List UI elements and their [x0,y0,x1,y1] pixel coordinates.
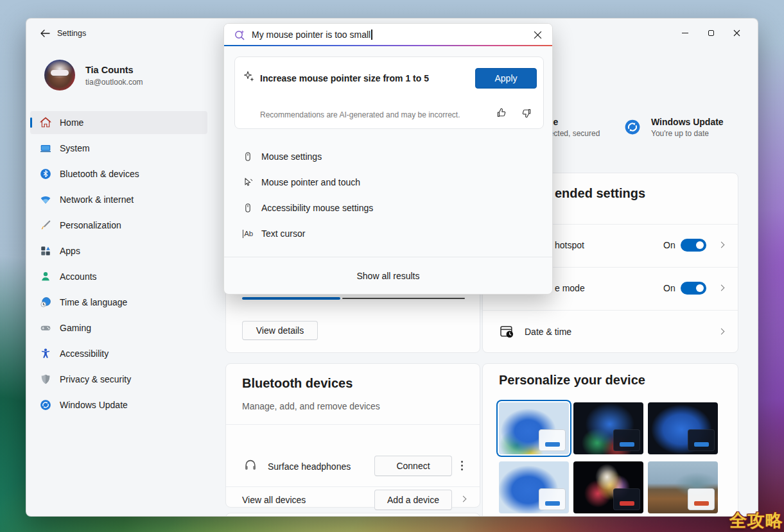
text-cursor-icon: Ab [242,228,254,239]
screen: Settings Tia Counts tia@outlook.com Home [0,0,784,532]
personalize-title: Personalize your device [499,373,645,388]
sidebar-item-system[interactable]: System [30,137,207,160]
search-result-label: Accessibility mouse settings [261,203,373,213]
ai-search-icon [234,29,245,40]
theme-preview-window [539,429,566,451]
chevron-right-icon[interactable] [460,496,467,502]
theme-tile-bloom-light-blue[interactable] [499,461,569,513]
close-icon [534,31,542,39]
mode-row-label-fragment: e mode [555,283,585,293]
theme-tile-bloom-light[interactable] [499,402,569,454]
back-button[interactable] [35,26,55,40]
search-result-label: Text cursor [261,228,305,239]
theme-preview-window [688,488,715,510]
personalize-card: Personalize your device [482,363,738,517]
ai-recommendation-card: Increase mouse pointer size from 1 to 5 … [234,56,544,129]
connect-button[interactable]: Connect [374,456,452,476]
chevron-right-icon[interactable] [719,285,725,291]
apply-button[interactable]: Apply [475,68,537,89]
search-close-button[interactable] [532,29,543,40]
search-result-label: Mouse pointer and touch [261,177,360,187]
text-cursor-glyph: Ab [243,230,254,238]
sidebar-item-personalization[interactable]: Personalization [30,214,207,237]
show-all-results-button[interactable]: Show all results [224,266,552,286]
system-icon [39,142,52,155]
headphones-icon [243,458,257,474]
recommended-settings-title-fragment: ended settings [555,186,645,201]
mode-toggle[interactable] [681,282,706,295]
divider [226,486,480,487]
view-details-button[interactable]: View details [242,321,318,340]
search-result-text-cursor[interactable]: Ab Text cursor [224,221,552,246]
sidebar-nav: Home System Bluetooth & devices Network … [30,111,207,419]
window-title: Settings [57,29,86,38]
sidebar-item-bluetooth[interactable]: Bluetooth & devices [30,162,207,185]
sparkle-icon [243,71,255,85]
sidebar-item-accounts[interactable]: Accounts [30,265,207,288]
sidebar-item-label: Time & language [60,297,127,307]
sidebar-item-label: Accessibility [60,348,109,359]
recommendation-title: Increase mouse pointer size from 1 to 5 [260,73,429,83]
sidebar-item-home[interactable]: Home [30,111,207,134]
search-input[interactable]: My mouse pointer is too small [224,24,552,45]
accounts-icon [39,270,52,283]
add-device-button[interactable]: Add a device [374,490,452,510]
user-email: tia@outlook.com [85,78,143,87]
divider [224,257,552,257]
sidebar-item-gaming[interactable]: Gaming [30,316,207,339]
hotspot-row-label-fragment: hotspot [555,240,584,250]
windows-update-title: Windows Update [651,117,724,127]
chevron-right-icon[interactable] [719,242,725,248]
personalization-icon [39,219,52,232]
theme-tile-abstract-dark-flower[interactable] [573,461,643,513]
mouse-icon [242,151,254,162]
maximize-button[interactable] [698,24,724,42]
theme-tile-landscape-photo[interactable] [648,461,718,513]
view-all-devices-link[interactable]: View all devices [242,495,306,505]
text-caret [371,30,372,40]
sidebar-item-label: Bluetooth & devices [60,169,139,179]
sidebar-item-apps[interactable]: Apps [30,239,207,262]
bluetooth-card: Bluetooth devices Manage, add, and remov… [225,363,480,508]
hotspot-toggle[interactable] [681,239,706,252]
search-result-mouse-pointer-touch[interactable]: Mouse pointer and touch [224,169,552,195]
search-dropdown: My mouse pointer is too small Increase m… [223,23,553,295]
sidebar-item-privacy[interactable]: Privacy & security [30,368,207,391]
sidebar-item-label: Gaming [60,323,91,333]
search-result-accessibility-mouse[interactable]: Accessibility mouse settings [224,195,552,221]
sidebar-item-accessibility[interactable]: Accessibility [30,342,207,365]
sidebar-item-windows-update[interactable]: Windows Update [30,393,207,416]
mouse-icon [242,202,254,214]
date-time-label: Date & time [525,327,571,337]
privacy-shield-icon [39,373,52,386]
next-card-sliver [225,513,480,517]
storage-free-bar [342,298,465,299]
back-arrow-icon [40,30,50,37]
apps-icon [39,245,52,257]
close-icon [733,30,740,37]
theme-tile-bloom-dark-blue[interactable] [648,402,718,454]
bluetooth-icon [39,167,52,180]
theme-tile-bloom-dark-rainbow[interactable] [573,402,643,454]
settings-window: Settings Tia Counts tia@outlook.com Home [26,18,758,517]
sidebar-item-label: Apps [60,246,80,256]
sidebar-item-network[interactable]: Network & internet [30,188,207,211]
minimize-button[interactable] [672,24,698,42]
sidebar-item-label: Privacy & security [60,374,131,384]
sidebar-item-time-language[interactable]: Time & language [30,291,207,314]
divider [226,424,480,425]
network-icon [39,193,52,206]
close-button[interactable] [724,24,749,42]
sidebar-item-label: Accounts [60,271,97,282]
more-options-kebab-icon[interactable] [461,461,463,470]
search-result-mouse-settings[interactable]: Mouse settings [224,144,552,169]
storage-used-bar [242,297,340,300]
watermark: 全攻略 [729,509,783,532]
thumbs-down-icon[interactable] [519,106,534,120]
accessibility-icon [39,347,52,360]
search-accent-gradient [224,45,552,46]
avatar[interactable] [44,60,75,90]
date-time-row[interactable]: Date & time [483,310,738,354]
thumbs-up-icon[interactable] [494,106,509,120]
gaming-icon [39,322,52,334]
